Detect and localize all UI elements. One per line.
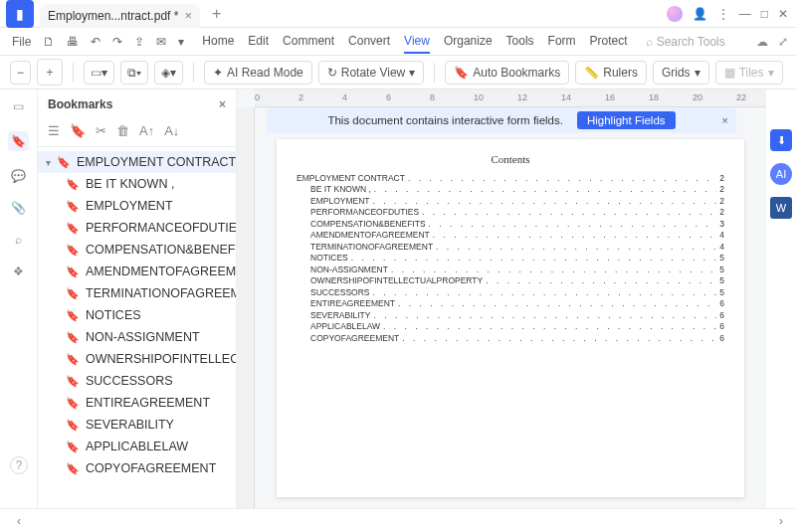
bookmark-root[interactable]: ▾🔖EMPLOYMENT CONTRACT bbox=[38, 151, 236, 173]
chevron-down-icon[interactable]: ▾ bbox=[174, 33, 188, 51]
bookmark-item[interactable]: 🔖TERMINATIONOFAGREEMENT bbox=[38, 282, 236, 304]
download-icon[interactable]: ⬇ bbox=[770, 129, 792, 151]
bookmark-item[interactable]: 🔖SUCCESSORS bbox=[38, 370, 236, 392]
highlight-fields-button[interactable]: Highlight Fields bbox=[577, 111, 676, 129]
notice-close-icon[interactable]: × bbox=[721, 114, 728, 126]
toc-row: SUCCESSORS. . . . . . . . . . . . . . . … bbox=[297, 287, 724, 298]
ruler-mark: 14 bbox=[561, 92, 571, 102]
add-bookmark-icon[interactable]: 🔖 bbox=[70, 123, 86, 138]
list-icon[interactable]: ☰ bbox=[48, 123, 60, 138]
bookmark-label: TERMINATIONOFAGREEMENT bbox=[86, 286, 236, 300]
bookmarks-icon[interactable]: 🔖 bbox=[8, 131, 29, 151]
undo-icon[interactable]: ↶ bbox=[87, 33, 104, 51]
bookmark-item[interactable]: 🔖PERFORMANCEOFDUTIES bbox=[38, 217, 236, 239]
minimize-button[interactable]: — bbox=[739, 7, 751, 21]
bookmark-label: EMPLOYMENT CONTRACT bbox=[77, 155, 236, 169]
toc-row: EMPLOYMENT. . . . . . . . . . . . . . . … bbox=[297, 196, 724, 207]
bookmark-item[interactable]: 🔖NON-ASSIGNMENT bbox=[38, 326, 236, 348]
font-smaller-icon[interactable]: A↓ bbox=[164, 123, 179, 138]
page-display-button[interactable]: ⧉▾ bbox=[120, 61, 148, 85]
toc-leader: . . . . . . . . . . . . . . . . . . . . … bbox=[433, 230, 716, 241]
toc-leader: . . . . . . . . . . . . . . . . . . . . … bbox=[402, 333, 716, 344]
cloud-icon[interactable]: ☁ bbox=[756, 35, 768, 49]
file-menu[interactable]: File bbox=[8, 33, 35, 51]
ai-orb-icon[interactable] bbox=[667, 6, 683, 22]
toc-row: APPLICABLELAW. . . . . . . . . . . . . .… bbox=[297, 321, 724, 332]
app-logo[interactable]: ▮ bbox=[6, 0, 34, 28]
panel-close-icon[interactable]: × bbox=[219, 97, 226, 111]
user-icon[interactable]: 👤 bbox=[693, 7, 707, 21]
bookmark-item[interactable]: 🔖BE IT KNOWN , bbox=[38, 173, 236, 195]
search-panel-icon[interactable]: ⌕ bbox=[15, 233, 22, 247]
bookmark-icon: 🔖 bbox=[66, 375, 80, 388]
bookmark-item[interactable]: 🔖OWNERSHIPOFINTELLECTUALPROPERTY bbox=[38, 348, 236, 370]
bookmark-icon: 🔖 bbox=[66, 441, 80, 453]
rotate-view-button[interactable]: ↻ Rotate View ▾ bbox=[318, 61, 424, 85]
attachment-icon[interactable]: 📎 bbox=[11, 201, 26, 215]
redo-icon[interactable]: ↷ bbox=[108, 33, 126, 51]
bookmark-item[interactable]: 🔖EMPLOYMENT bbox=[38, 195, 236, 217]
bookmark-icon: 🔖 bbox=[66, 200, 80, 213]
new-tab-button[interactable]: + bbox=[212, 5, 221, 23]
tab-comment[interactable]: Comment bbox=[283, 30, 334, 54]
toc-leader: . . . . . . . . . . . . . . . . . . . . … bbox=[373, 287, 717, 298]
separator bbox=[434, 63, 435, 83]
tab-protect[interactable]: Protect bbox=[590, 30, 628, 54]
toc-row: OWNERSHIPOFINTELLECTUALPROPERTY. . . . .… bbox=[297, 275, 724, 286]
ruler-mark: 4 bbox=[342, 92, 347, 102]
save-icon[interactable]: 🗋 bbox=[39, 33, 59, 51]
background-button[interactable]: ◈▾ bbox=[154, 61, 183, 85]
document-tab[interactable]: Employmen...ntract.pdf * × bbox=[40, 4, 200, 28]
help-icon[interactable]: ? bbox=[10, 456, 28, 474]
tiles-button[interactable]: ▦ Tiles▾ bbox=[715, 61, 783, 85]
tab-tools[interactable]: Tools bbox=[506, 30, 534, 54]
tab-home[interactable]: Home bbox=[202, 30, 234, 54]
search-placeholder: Search Tools bbox=[657, 35, 725, 49]
close-window-button[interactable]: ✕ bbox=[778, 7, 788, 21]
scroll-right-button[interactable]: › bbox=[766, 514, 796, 528]
ai-icon[interactable]: AI bbox=[770, 163, 792, 185]
thumbnails-icon[interactable]: ▭ bbox=[13, 99, 24, 113]
rulers-button[interactable]: 📏 Rulers bbox=[575, 61, 647, 85]
zoom-in-button[interactable]: ＋ bbox=[37, 59, 63, 86]
bookmark-item[interactable]: 🔖COPYOFAGREEMENT bbox=[38, 457, 236, 479]
print-icon[interactable]: 🖶 bbox=[63, 33, 83, 51]
toc-row: AMENDMENTOFAGREEMENT. . . . . . . . . . … bbox=[297, 230, 724, 241]
toc-leader: . . . . . . . . . . . . . . . . . . . . … bbox=[373, 310, 716, 321]
ruler-mark: 8 bbox=[430, 92, 435, 102]
tab-edit[interactable]: Edit bbox=[248, 30, 269, 54]
ruler-mark: 16 bbox=[605, 92, 615, 102]
bookmark-item[interactable]: 🔖AMENDMENTOFAGREEMENT bbox=[38, 261, 236, 282]
bookmark-item[interactable]: 🔖COMPENSATION&BENEFITS bbox=[38, 239, 236, 261]
bookmark-item[interactable]: 🔖NOTICES bbox=[38, 304, 236, 326]
search-tools[interactable]: ⌕ Search Tools bbox=[646, 35, 725, 49]
separator bbox=[73, 63, 74, 83]
bookmark-item[interactable]: 🔖ENTIREAGREEMENT bbox=[38, 392, 236, 414]
page-layout-button[interactable]: ▭▾ bbox=[84, 61, 114, 85]
word-icon[interactable]: W bbox=[770, 197, 792, 219]
maximize-button[interactable]: □ bbox=[761, 7, 768, 21]
tab-convert[interactable]: Convert bbox=[348, 30, 390, 54]
grids-button[interactable]: Grids▾ bbox=[653, 61, 709, 85]
delete-icon[interactable]: 🗑 bbox=[116, 123, 129, 138]
tab-organize[interactable]: Organize bbox=[444, 30, 493, 54]
layers-icon[interactable]: ❖ bbox=[13, 265, 24, 278]
auto-bookmarks-button[interactable]: 🔖 Auto Bookmarks bbox=[445, 61, 569, 85]
scroll-left-button[interactable]: ‹ bbox=[0, 514, 38, 528]
zoom-out-button[interactable]: − bbox=[10, 61, 31, 85]
mail-icon[interactable]: ✉ bbox=[152, 33, 170, 51]
font-larger-icon[interactable]: A↑ bbox=[139, 123, 154, 138]
cut-icon[interactable]: ✂ bbox=[96, 123, 106, 138]
tab-view[interactable]: View bbox=[404, 30, 430, 54]
comment-icon[interactable]: 💬 bbox=[11, 169, 26, 183]
toc-row: NOTICES. . . . . . . . . . . . . . . . .… bbox=[297, 253, 724, 264]
bookmarks-panel: Bookmarks × ☰ 🔖 ✂ 🗑 A↑ A↓ ▾🔖EMPLOYMENT C… bbox=[38, 89, 237, 508]
share-icon[interactable]: ⇪ bbox=[130, 33, 148, 51]
expand-icon[interactable]: ⤢ bbox=[778, 35, 788, 49]
tab-form[interactable]: Form bbox=[548, 30, 576, 54]
bookmark-item[interactable]: 🔖APPLICABLELAW bbox=[38, 436, 236, 457]
more-icon[interactable]: ⋮ bbox=[717, 7, 729, 21]
bookmark-item[interactable]: 🔖SEVERABILITY bbox=[38, 414, 236, 436]
close-icon[interactable]: × bbox=[184, 8, 192, 23]
ai-read-mode-button[interactable]: ✦ AI Read Mode bbox=[204, 61, 312, 85]
